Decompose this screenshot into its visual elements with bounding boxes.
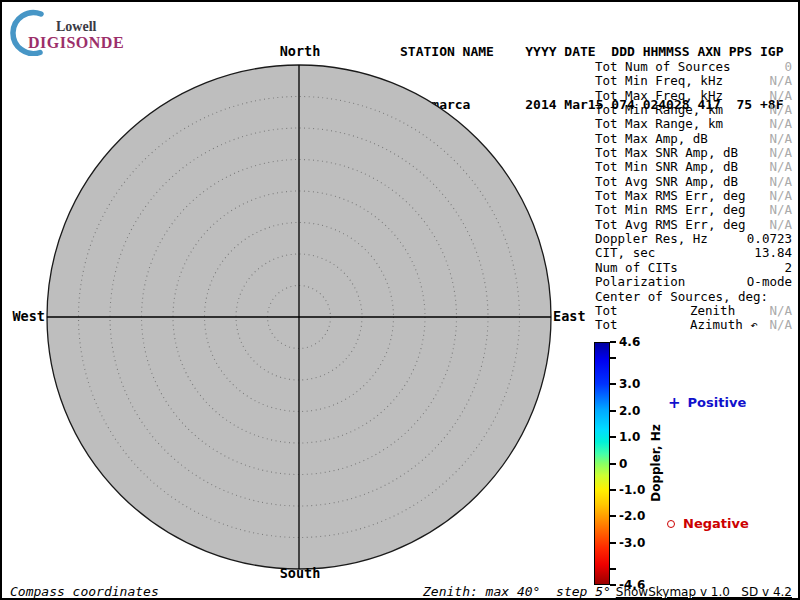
stats-row-value: 0.0723 xyxy=(747,232,792,246)
stats-row: Tot Max Freq, kHzN/A xyxy=(595,89,792,103)
colorbar-tick xyxy=(610,463,616,465)
stats-row: Tot Avg SNR Amp, dBN/A xyxy=(595,175,792,189)
stats-row-value: N/A xyxy=(769,318,792,332)
stats-row-label: Num of CITs xyxy=(595,261,678,275)
stats-row: Tot Avg RMS Err, degN/A xyxy=(595,218,792,232)
compass-label-north: North xyxy=(280,43,321,59)
software-version-label: ShowSkymap v 1.0 SD v 4.2 xyxy=(616,585,792,599)
stats-row: CIT, sec13.84 xyxy=(595,246,792,260)
colorbar-tick-label: 1.0 xyxy=(619,430,640,444)
stats-row-label: Tot Max Amp, dB xyxy=(595,132,708,146)
colorbar-tick xyxy=(610,568,616,570)
colorbar-tick-label: -1.0 xyxy=(619,483,645,497)
stats-row-value: N/A xyxy=(769,117,792,131)
stats-row-label: Tot Max Range, km xyxy=(595,117,723,131)
stats-row-label: Tot xyxy=(595,318,618,332)
compass-label-south: South xyxy=(280,565,321,581)
stats-row-value: O-mode xyxy=(747,275,792,289)
doppler-axis-label: Doppler, Hz xyxy=(649,424,663,502)
stats-row: Tot Min RMS Err, degN/A xyxy=(595,203,792,217)
colorbar-tick xyxy=(610,489,616,491)
stats-table: Tot Num of Sources0Tot Min Freq, kHzN/AT… xyxy=(595,60,792,333)
stats-row-value: N/A xyxy=(769,103,792,117)
zenith-range-label: Zenith: max 40° step 5° xyxy=(423,584,611,599)
colorbar-tick xyxy=(610,542,616,544)
stats-row: Tot Max SNR Amp, dBN/A xyxy=(595,146,792,160)
stats-row: Tot Max Range, kmN/A xyxy=(595,117,792,131)
stats-row: PolarizationO-mode xyxy=(595,275,792,289)
stats-row-label: Tot Min Range, km xyxy=(595,103,723,117)
negative-label: Negative xyxy=(683,516,749,531)
stats-row-label: Tot Avg SNR Amp, dB xyxy=(595,175,738,189)
colorbar-tick-label: 4.6 xyxy=(619,335,640,349)
stats-row: TotAzimuth ↶N/A xyxy=(595,318,792,332)
stats-row-value: N/A xyxy=(769,304,792,318)
colorbar-tick-label: 0 xyxy=(619,457,627,471)
stats-row-value: 2 xyxy=(784,261,792,275)
colorbar-tick xyxy=(610,515,616,517)
colorbar-tick-label: -3.0 xyxy=(619,536,645,550)
stats-row: Tot Min Freq, kHzN/A xyxy=(595,74,792,88)
stats-row-value: 13.84 xyxy=(754,246,792,260)
stats-row-label: Tot Max SNR Amp, dB xyxy=(595,146,738,160)
stats-row: Center of Sources, deg: xyxy=(595,290,792,304)
stats-row: Doppler Res, Hz0.0723 xyxy=(595,232,792,246)
stats-row: Tot Min SNR Amp, dBN/A xyxy=(595,160,792,174)
colorbar-tick xyxy=(610,357,616,359)
colorbar-tick xyxy=(610,410,616,412)
stats-row-label: Doppler Res, Hz xyxy=(595,232,708,246)
stats-row-value: N/A xyxy=(769,146,792,160)
stats-row-label: Tot Min SNR Amp, dB xyxy=(595,160,738,174)
colorbar-tick-label: -2.0 xyxy=(619,509,645,523)
stats-row-value: N/A xyxy=(769,74,792,88)
stats-row: Tot Max Amp, dBN/A xyxy=(595,132,792,146)
stats-row: Tot Min Range, kmN/A xyxy=(595,103,792,117)
stats-row-sublabel: Zenith xyxy=(690,304,735,318)
stats-row-label: Tot Max RMS Err, deg xyxy=(595,189,746,203)
compass-label-east: East xyxy=(553,308,586,324)
stats-row-label: Polarization xyxy=(595,275,685,289)
negative-doppler-legend: Negative xyxy=(667,516,749,531)
stats-row-value: N/A xyxy=(769,89,792,103)
stats-row-value: 0 xyxy=(784,60,792,74)
colorbar-tick xyxy=(610,436,616,438)
positive-doppler-legend: + Positive xyxy=(668,395,746,410)
coordinates-mode-label: Compass coordinates xyxy=(10,584,159,599)
stats-row-label: Tot xyxy=(595,304,618,318)
positive-label: Positive xyxy=(688,395,747,410)
stats-row-label: CIT, sec xyxy=(595,246,655,260)
doppler-colorbar xyxy=(594,342,610,585)
colorbar-tick-label: 2.0 xyxy=(619,404,640,418)
stats-row-value: N/A xyxy=(769,175,792,189)
stats-row-label: Tot Avg RMS Err, deg xyxy=(595,218,746,232)
colorbar-tick xyxy=(610,341,616,343)
colorbar-tick-label: 3.0 xyxy=(619,377,640,391)
colorbar-tick xyxy=(610,383,616,385)
stats-row: Tot Max RMS Err, degN/A xyxy=(595,189,792,203)
stats-row-value: N/A xyxy=(769,132,792,146)
stats-row-label: Tot Max Freq, kHz xyxy=(595,89,723,103)
stats-row: TotZenithN/A xyxy=(595,304,792,318)
plus-marker-icon: + xyxy=(668,396,681,410)
stats-row-value: N/A xyxy=(769,189,792,203)
stats-row: Tot Num of Sources0 xyxy=(595,60,792,74)
stats-row-value: N/A xyxy=(769,203,792,217)
stats-row-label: Tot Num of Sources xyxy=(595,60,730,74)
compass-label-west: West xyxy=(2,308,45,324)
stats-row-label: Tot Min RMS Err, deg xyxy=(595,203,746,217)
stats-row-label: Tot Min Freq, kHz xyxy=(595,74,723,88)
stats-row-sublabel: Azimuth ↶ xyxy=(690,318,758,332)
circle-marker-icon xyxy=(667,520,675,528)
stats-row-value: N/A xyxy=(769,160,792,174)
stats-row-label: Center of Sources, deg: xyxy=(595,290,768,304)
showskymap-screen: Lowell DIGISONDE STATION NAME YYYY DATE … xyxy=(0,0,800,600)
stats-row-value: N/A xyxy=(769,218,792,232)
stats-row: Num of CITs2 xyxy=(595,261,792,275)
